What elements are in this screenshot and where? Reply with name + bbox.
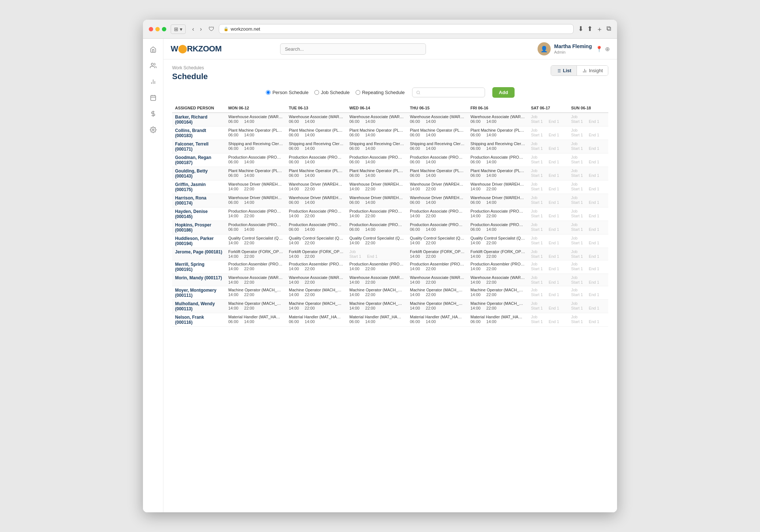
table-row[interactable]: Griffin, Jasmin (000175) Warehouse Drive…	[172, 180, 608, 194]
sat-cell[interactable]: Job Start 1 End 1	[528, 313, 568, 327]
sat-cell[interactable]: Job Start 1 End 1	[528, 286, 568, 300]
sat-cell[interactable]: Job Start 1 End 1	[528, 180, 568, 194]
day-cell[interactable]: Material Handler (MAT_HAN… 06:00 14:00	[225, 313, 286, 327]
day-cell[interactable]: Machine Operator (MACH_O… 14:00 22:00	[407, 300, 468, 313]
sidebar-item-home[interactable]	[147, 43, 160, 56]
sun-cell[interactable]: Job Start 1 End 1	[568, 300, 608, 313]
day-cell[interactable]: Production Assembler (PRO… 14:00 22:00	[407, 260, 468, 274]
table-row[interactable]: Falconer, Terrell (000171) Shipping and …	[172, 140, 608, 154]
sun-cell[interactable]: Job Start 1 End 1	[568, 140, 608, 154]
table-row[interactable]: Barker, Richard (000164) Warehouse Assoc…	[172, 113, 608, 127]
day-cell[interactable]: Warehouse Driver (WAREH… 14:00 22:00	[407, 180, 468, 194]
sidebar-item-settings[interactable]	[147, 123, 160, 136]
sun-cell[interactable]: Job Start 1 End 1	[568, 180, 608, 194]
sun-cell[interactable]: Job Start 1 End 1	[568, 260, 608, 274]
table-row[interactable]: Morin, Mandy (000117) Warehouse Associat…	[172, 274, 608, 286]
sun-cell[interactable]: Job Start 1 End 1	[568, 113, 608, 127]
day-cell[interactable]: Machine Operator (MACH_O… 14:00 22:00	[346, 300, 407, 313]
global-search-input[interactable]	[280, 43, 426, 55]
add-button[interactable]: Add	[492, 87, 515, 98]
day-cell[interactable]: Production Assembler (PRO… 14:00 22:00	[225, 260, 286, 274]
table-row[interactable]: Mulholland, Wendy (000113) Machine Opera…	[172, 300, 608, 313]
day-cell[interactable]: Shipping and Receiving Cler… 06:00 14:00	[468, 140, 528, 154]
sat-cell[interactable]: Job Start 1 End 1	[528, 221, 568, 234]
day-cell[interactable]: Production Associate (PRO… 06:00 14:00	[407, 221, 468, 234]
sat-cell[interactable]: Job Start 1 End 1	[528, 154, 568, 167]
day-cell[interactable]: Warehouse Associate (WAR… 14:00 22:00	[468, 274, 528, 286]
day-cell[interactable]: Production Associate (PRO… 06:00 14:00	[225, 154, 286, 167]
minimize-button[interactable]	[155, 27, 160, 31]
new-tab-icon[interactable]: ＋	[596, 25, 603, 34]
location-icon[interactable]: 📍	[596, 46, 603, 53]
day-cell[interactable]: Production Associate (PRO… 06:00 14:00	[407, 154, 468, 167]
back-button[interactable]: ‹	[190, 25, 196, 33]
day-cell[interactable]: Warehouse Driver (WAREH… 06:00 14:00	[407, 194, 468, 207]
day-cell[interactable]: Machine Operator (MACH_O… 14:00 22:00	[225, 286, 286, 300]
sidebar-toggle-button[interactable]: ⊞ ▾	[171, 24, 186, 34]
sun-cell[interactable]: Job Start 1 End 1	[568, 313, 608, 327]
table-row[interactable]: Merrill, Spring (000191) Production Asse…	[172, 260, 608, 274]
day-cell[interactable]: Plant Machine Operator (PL… 06:00 14:00	[407, 127, 468, 140]
day-cell[interactable]: Warehouse Driver (WAREH… 14:00 22:00	[225, 180, 286, 194]
day-cell[interactable]: Warehouse Driver (WAREH… 14:00 22:00	[286, 180, 346, 194]
table-row[interactable]: Nelson, Frank (000116) Material Handler …	[172, 313, 608, 327]
day-cell[interactable]: Warehouse Driver (WAREH… 06:00 14:00	[225, 194, 286, 207]
day-cell[interactable]: Warehouse Associate (WAR… 06:00 14:00	[346, 113, 407, 127]
day-cell[interactable]: Shipping and Receiving Cler… 06:00 14:00	[225, 140, 286, 154]
day-cell[interactable]: Warehouse Associate (WAR… 06:00 14:00	[468, 113, 528, 127]
day-cell[interactable]: Production Associate (PRO… 14:00 22:00	[286, 207, 346, 221]
day-cell[interactable]: Machine Operator (MACH_O… 14:00 22:00	[346, 286, 407, 300]
forward-button[interactable]: ›	[198, 25, 204, 33]
day-cell[interactable]: Warehouse Associate (WAR… 14:00 22:00	[407, 274, 468, 286]
day-cell[interactable]: Machine Operator (MACH_O… 14:00 22:00	[286, 286, 346, 300]
sat-cell[interactable]: Job Start 1 End 1	[528, 300, 568, 313]
table-row[interactable]: Huddleson, Parker (000194) Quality Contr…	[172, 234, 608, 248]
sidebar-item-people[interactable]	[147, 59, 160, 72]
day-cell[interactable]: Production Associate (PRO… 14:00 22:00	[346, 207, 407, 221]
day-cell[interactable]: Material Handler (MAT_HAN… 06:00 14:00	[346, 313, 407, 327]
filter-search-input[interactable]	[423, 90, 481, 95]
sat-cell[interactable]: Job Start 1 End 1	[528, 248, 568, 260]
day-cell[interactable]: Plant Machine Operator (PL… 06:00 14:00	[346, 127, 407, 140]
day-cell[interactable]: Production Assembler (PRO… 14:00 22:00	[286, 260, 346, 274]
sun-cell[interactable]: Job Start 1 End 1	[568, 127, 608, 140]
sidebar-item-chart[interactable]	[147, 75, 160, 88]
sat-cell[interactable]: Job Start 1 End 1	[528, 274, 568, 286]
sun-cell[interactable]: Job Start 1 End 1	[568, 207, 608, 221]
day-cell[interactable]: Job Start 1 End 1	[346, 248, 407, 260]
day-cell[interactable]: Shipping and Receiving Cler… 06:00 14:00	[286, 140, 346, 154]
day-cell[interactable]: Material Handler (MAT_HAN… 06:00 14:00	[286, 313, 346, 327]
day-cell[interactable]: Production Assembler (PRO… 14:00 22:00	[468, 260, 528, 274]
day-cell[interactable]: Quality Control Specialist (Q… 14:00 22:…	[346, 234, 407, 248]
day-cell[interactable]: Forklift Operator (FORK_OP… 14:00 22:00	[468, 248, 528, 260]
repeating-schedule-radio[interactable]: Repeating Schedule	[356, 90, 405, 95]
table-row[interactable]: Hayden, Denise (000145) Production Assoc…	[172, 207, 608, 221]
day-cell[interactable]: Production Associate (PRO… 06:00 14:00	[468, 154, 528, 167]
download-icon[interactable]: ⬇	[578, 25, 583, 34]
day-cell[interactable]: Plant Machine Operator (PL… 06:00 14:00	[346, 167, 407, 180]
day-cell[interactable]: Forklift Operator (FORK_OP… 14:00 22:00	[407, 248, 468, 260]
table-row[interactable]: Moyer, Montgomery (000111) Machine Opera…	[172, 286, 608, 300]
sun-cell[interactable]: Job Start 1 End 1	[568, 221, 608, 234]
day-cell[interactable]: Warehouse Driver (WAREH… 14:00 22:00	[346, 180, 407, 194]
table-row[interactable]: Jerome, Page (000181) Forklift Operator …	[172, 248, 608, 260]
day-cell[interactable]: Quality Control Specialist (Q… 14:00 22:…	[286, 234, 346, 248]
day-cell[interactable]: Machine Operator (MACH_O… 14:00 22:00	[286, 300, 346, 313]
day-cell[interactable]: Warehouse Driver (WAREH… 06:00 14:00	[346, 194, 407, 207]
sat-cell[interactable]: Job Start 1 End 1	[528, 127, 568, 140]
day-cell[interactable]: Warehouse Associate (WAR… 14:00 22:00	[225, 274, 286, 286]
sidebar-item-calendar[interactable]	[147, 91, 160, 104]
person-schedule-radio[interactable]: Person Schedule	[266, 90, 309, 95]
job-schedule-radio[interactable]: Job Schedule	[314, 90, 350, 95]
list-view-button[interactable]: List	[551, 66, 577, 75]
day-cell[interactable]: Production Assembler (PRO… 14:00 22:00	[346, 260, 407, 274]
day-cell[interactable]: Forklift Operator (FORK_OP… 14:00 22:00	[286, 248, 346, 260]
day-cell[interactable]: Production Associate (PRO… 06:00 14:00	[346, 221, 407, 234]
table-row[interactable]: Harrison, Rona (000174) Warehouse Driver…	[172, 194, 608, 207]
day-cell[interactable]: Warehouse Associate (WAR… 06:00 14:00	[407, 113, 468, 127]
day-cell[interactable]: Shipping and Receiving Cler… 06:00 14:00	[346, 140, 407, 154]
sun-cell[interactable]: Job Start 1 End 1	[568, 167, 608, 180]
day-cell[interactable]: Machine Operator (MACH_O… 14:00 22:00	[225, 300, 286, 313]
share-icon[interactable]: ⬆	[587, 25, 593, 34]
sun-cell[interactable]: Job Start 1 End 1	[568, 248, 608, 260]
